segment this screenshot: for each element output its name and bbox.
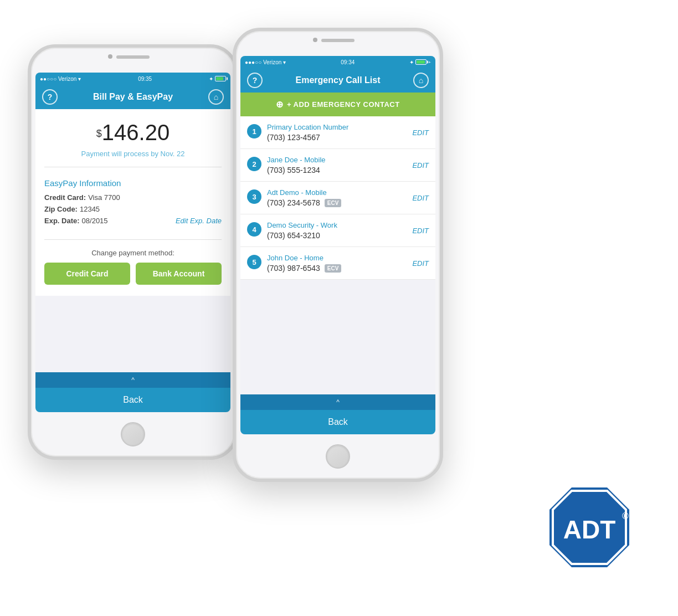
- edit-exp-date-link[interactable]: Edit Exp. Date: [176, 217, 222, 225]
- main-scene: ●●○○○ Verizon ▾ 09:35 ✦ ? Bill Pay & Eas…: [0, 0, 678, 616]
- billpay-content: $146.20 Payment will process by Nov. 22 …: [35, 109, 230, 296]
- contact-item-5: 5 John Doe - Home (703) 987-6543 ECV EDI…: [240, 247, 435, 280]
- phone1-wifi-icon: ▾: [78, 76, 81, 82]
- phone1-time: 09:35: [138, 76, 152, 82]
- phone2-bluetooth-icon: ✦: [409, 59, 414, 65]
- phone2-back-label: Back: [328, 417, 348, 427]
- phone2-screen: ●●●○○ Verizon ▾ 09:34 ✦ + ? Emergency Ca…: [240, 56, 435, 434]
- contact-phone-2: (703) 555-1234: [267, 166, 407, 174]
- contact-name-2: Jane Doe - Mobile: [267, 156, 407, 164]
- phone1-help-icon[interactable]: ?: [42, 89, 58, 105]
- phone1-status-left: ●●○○○ Verizon ▾: [40, 76, 81, 82]
- phone1-bluetooth-icon: ✦: [209, 76, 213, 82]
- contact-item-2: 2 Jane Doe - Mobile (703) 555-1234 EDIT: [240, 149, 435, 182]
- phone2-status-left: ●●●○○ Verizon ▾: [245, 59, 286, 65]
- bank-account-button[interactable]: Bank Account: [136, 263, 222, 285]
- phone1-home-icon[interactable]: ⌂: [208, 89, 224, 105]
- phone1-back-label: Back: [123, 395, 143, 405]
- adt-logo: ADT ®: [545, 483, 634, 572]
- credit-card-value: Visa 7700: [88, 193, 120, 202]
- phone1-header-title: Bill Pay & EasyPay: [93, 92, 173, 102]
- phone2-header-title: Emergency Call List: [296, 75, 381, 85]
- edit-button-3[interactable]: EDIT: [412, 194, 429, 202]
- exp-date-label: Exp. Date:: [44, 217, 80, 225]
- phone2-speaker: [321, 39, 355, 42]
- amount-display: $146.20: [44, 120, 222, 145]
- phone1-status-right: ✦: [209, 76, 226, 82]
- contact-info-5: John Doe - Home (703) 987-6543 ECV: [267, 254, 407, 273]
- phone2-charging-icon: +: [428, 60, 431, 65]
- phone1-bottom-indicator: ^: [35, 372, 230, 388]
- contact-name-3: Adt Demo - Mobile: [267, 188, 407, 197]
- contact-phone-5: (703) 987-6543 ECV: [267, 264, 407, 273]
- payment-buttons: Credit Card Bank Account: [44, 263, 222, 285]
- amount-dollar-sign: $: [96, 128, 102, 139]
- contact-name-4: Demo Security - Work: [267, 221, 407, 229]
- zip-code-row: Zip Code: 12345: [44, 205, 222, 213]
- phone2-time: 09:34: [341, 59, 355, 65]
- phone2-chevron-up: ^: [336, 398, 340, 406]
- contact-badge-1: 1: [247, 124, 261, 138]
- contact-badge-3: 3: [247, 189, 261, 204]
- contact-badge-5: 5: [247, 255, 261, 269]
- phone2-battery-icon: [415, 59, 427, 65]
- contact-name-5: John Doe - Home: [267, 254, 407, 262]
- contact-info-3: Adt Demo - Mobile (703) 234-5678 ECV: [267, 188, 407, 207]
- contact-info-2: Jane Doe - Mobile (703) 555-1234: [267, 156, 407, 174]
- phone2-status-bar: ●●●○○ Verizon ▾ 09:34 ✦ +: [240, 56, 435, 68]
- contact-item-3: 3 Adt Demo - Mobile (703) 234-5678 ECV E…: [240, 182, 435, 214]
- phone1-home-button[interactable]: [121, 422, 145, 446]
- exp-date-value: 08/2015: [82, 217, 108, 225]
- amount-value: 146.20: [102, 120, 170, 145]
- change-method-label: Change payment method:: [44, 249, 222, 257]
- ecv-badge-3: ECV: [325, 199, 342, 207]
- ecv-badge-5: ECV: [325, 264, 342, 273]
- edit-button-1[interactable]: EDIT: [412, 129, 429, 137]
- phone2-back-button[interactable]: Back: [240, 410, 435, 434]
- payment-note: Payment will process by Nov. 22: [44, 150, 222, 158]
- contact-name-1: Primary Location Number: [267, 123, 407, 131]
- contact-badge-2: 2: [247, 157, 261, 171]
- phone2-bottom-indicator: ^: [240, 394, 435, 410]
- contact-phone-3: (703) 234-5678 ECV: [267, 198, 407, 207]
- contact-item-1: 1 Primary Location Number (703) 123-4567…: [240, 116, 435, 149]
- phone1-chevron-up: ^: [131, 376, 135, 384]
- phone2-home-icon[interactable]: ⌂: [413, 73, 429, 88]
- phone1-status-bar: ●●○○○ Verizon ▾ 09:35 ✦: [35, 73, 230, 85]
- zip-code-value: 12345: [80, 205, 100, 213]
- phone2-camera: [313, 38, 317, 42]
- phone2-status-right: ✦ +: [409, 59, 431, 65]
- contact-badge-4: 4: [247, 222, 261, 237]
- phone1-frame: ●●○○○ Verizon ▾ 09:35 ✦ ? Bill Pay & Eas…: [28, 44, 238, 460]
- phone1-screen: ●●○○○ Verizon ▾ 09:35 ✦ ? Bill Pay & Eas…: [35, 73, 230, 412]
- svg-text:®: ®: [622, 511, 629, 521]
- contact-info-1: Primary Location Number (703) 123-4567: [267, 123, 407, 142]
- add-contact-plus-icon: ⊕: [276, 99, 284, 110]
- phone2-frame: ●●●○○ Verizon ▾ 09:34 ✦ + ? Emergency Ca…: [233, 28, 443, 482]
- svg-text:ADT: ADT: [563, 515, 616, 544]
- phone1-back-button[interactable]: Back: [35, 388, 230, 412]
- credit-card-row: Credit Card: Visa 7700: [44, 193, 222, 202]
- add-emergency-contact-button[interactable]: ⊕ + ADD EMERGENCY CONTACT: [240, 93, 435, 116]
- divider2: [44, 239, 222, 240]
- phone2-help-icon[interactable]: ?: [247, 73, 263, 88]
- phone2-carrier: ●●●○○ Verizon: [245, 59, 281, 65]
- edit-button-4[interactable]: EDIT: [412, 227, 429, 235]
- contact-phone-1: (703) 123-4567: [267, 133, 407, 142]
- phone2-app-header: ? Emergency Call List ⌂: [240, 68, 435, 93]
- phone1-speaker: [116, 55, 150, 59]
- phone1-app-header: ? Bill Pay & EasyPay ⌂: [35, 85, 230, 109]
- exp-date-row: Exp. Date: 08/2015 Edit Exp. Date: [44, 217, 222, 225]
- credit-card-button[interactable]: Credit Card: [44, 263, 130, 285]
- edit-button-5[interactable]: EDIT: [412, 259, 429, 268]
- contact-phone-4: (703) 654-3210: [267, 231, 407, 240]
- contact-item-4: 4 Demo Security - Work (703) 654-3210 ED…: [240, 214, 435, 247]
- phone2-home-button[interactable]: [326, 444, 350, 469]
- edit-button-2[interactable]: EDIT: [412, 161, 429, 170]
- easypay-title: EasyPay Information: [44, 178, 222, 188]
- contact-list: 1 Primary Location Number (703) 123-4567…: [240, 116, 435, 280]
- easypay-section: EasyPay Information Credit Card: Visa 77…: [44, 174, 222, 233]
- credit-card-label: Credit Card:: [44, 193, 86, 202]
- divider1: [44, 167, 222, 167]
- contact-info-4: Demo Security - Work (703) 654-3210: [267, 221, 407, 240]
